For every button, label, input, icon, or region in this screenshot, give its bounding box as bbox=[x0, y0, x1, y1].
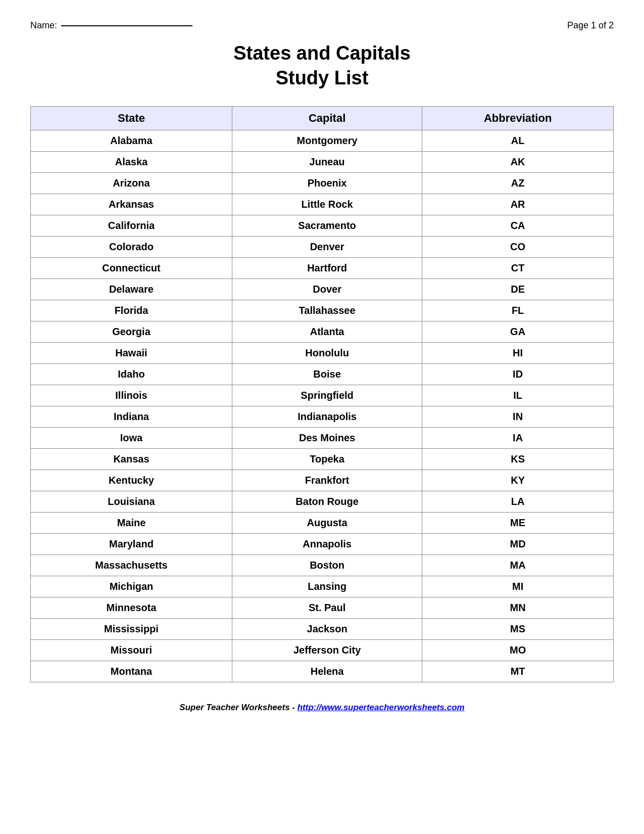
column-header-state: State bbox=[31, 106, 232, 130]
table-row: ArizonaPhoenixAZ bbox=[31, 172, 614, 194]
table-cell-11-0: Idaho bbox=[31, 363, 232, 385]
table-cell-8-2: FL bbox=[422, 300, 614, 321]
table-cell-10-2: HI bbox=[422, 342, 614, 363]
table-cell-19-1: Annapolis bbox=[232, 533, 422, 554]
name-field: Name: bbox=[30, 20, 192, 31]
table-cell-22-1: St. Paul bbox=[232, 597, 422, 618]
table-row: MichiganLansingMI bbox=[31, 576, 614, 597]
table-cell-8-0: Florida bbox=[31, 300, 232, 321]
table-row: AlaskaJuneauAK bbox=[31, 151, 614, 172]
table-cell-6-0: Connecticut bbox=[31, 257, 232, 279]
table-cell-22-0: Minnesota bbox=[31, 597, 232, 618]
table-cell-4-2: CA bbox=[422, 215, 614, 236]
table-cell-8-1: Tallahassee bbox=[232, 300, 422, 321]
table-row: MontanaHelenaMT bbox=[31, 661, 614, 682]
table-cell-10-1: Honolulu bbox=[232, 342, 422, 363]
table-cell-7-0: Delaware bbox=[31, 279, 232, 300]
table-cell-24-1: Jefferson City bbox=[232, 639, 422, 661]
table-cell-23-0: Mississippi bbox=[31, 618, 232, 639]
table-cell-17-2: LA bbox=[422, 491, 614, 512]
table-row: LouisianaBaton RougeLA bbox=[31, 491, 614, 512]
table-cell-4-1: Sacramento bbox=[232, 215, 422, 236]
table-cell-23-2: MS bbox=[422, 618, 614, 639]
table-cell-15-2: KS bbox=[422, 448, 614, 470]
table-cell-23-1: Jackson bbox=[232, 618, 422, 639]
table-row: ColoradoDenverCO bbox=[31, 236, 614, 257]
page-title: States and Capitals Study List bbox=[30, 41, 614, 91]
table-row: MassachusettsBostonMA bbox=[31, 554, 614, 576]
table-cell-10-0: Hawaii bbox=[31, 342, 232, 363]
table-cell-0-1: Montgomery bbox=[232, 130, 422, 151]
table-cell-20-1: Boston bbox=[232, 554, 422, 576]
table-row: IdahoBoiseID bbox=[31, 363, 614, 385]
table-row: AlabamaMontgomeryAL bbox=[31, 130, 614, 151]
table-cell-11-1: Boise bbox=[232, 363, 422, 385]
footer: Super Teacher Worksheets - http://www.su… bbox=[30, 703, 614, 713]
table-row: IllinoisSpringfieldIL bbox=[31, 385, 614, 406]
table-cell-5-2: CO bbox=[422, 236, 614, 257]
table-cell-0-0: Alabama bbox=[31, 130, 232, 151]
table-cell-13-1: Indianapolis bbox=[232, 406, 422, 427]
table-cell-0-2: AL bbox=[422, 130, 614, 151]
table-row: ArkansasLittle RockAR bbox=[31, 194, 614, 215]
table-cell-11-2: ID bbox=[422, 363, 614, 385]
table-row: MissouriJefferson CityMO bbox=[31, 639, 614, 661]
table-cell-14-0: Iowa bbox=[31, 427, 232, 448]
table-cell-24-2: MO bbox=[422, 639, 614, 661]
table-row: HawaiiHonoluluHI bbox=[31, 342, 614, 363]
table-cell-22-2: MN bbox=[422, 597, 614, 618]
name-line bbox=[61, 25, 192, 26]
table-cell-12-0: Illinois bbox=[31, 385, 232, 406]
table-cell-6-2: CT bbox=[422, 257, 614, 279]
table-row: IndianaIndianapolisIN bbox=[31, 406, 614, 427]
table-cell-12-2: IL bbox=[422, 385, 614, 406]
table-cell-9-1: Atlanta bbox=[232, 321, 422, 342]
table-row: KansasTopekaKS bbox=[31, 448, 614, 470]
table-cell-2-0: Arizona bbox=[31, 172, 232, 194]
table-cell-21-1: Lansing bbox=[232, 576, 422, 597]
table-cell-6-1: Hartford bbox=[232, 257, 422, 279]
table-cell-12-1: Springfield bbox=[232, 385, 422, 406]
table-row: CaliforniaSacramentoCA bbox=[31, 215, 614, 236]
footer-link[interactable]: http://www.superteacherworksheets.com bbox=[298, 703, 465, 712]
table-cell-5-0: Colorado bbox=[31, 236, 232, 257]
table-cell-25-0: Montana bbox=[31, 661, 232, 682]
column-header-abbreviation: Abbreviation bbox=[422, 106, 614, 130]
table-row: FloridaTallahasseeFL bbox=[31, 300, 614, 321]
page-number: Page 1 of 2 bbox=[567, 20, 614, 31]
table-cell-3-2: AR bbox=[422, 194, 614, 215]
table-cell-18-2: ME bbox=[422, 512, 614, 533]
table-cell-17-0: Louisiana bbox=[31, 491, 232, 512]
table-cell-14-1: Des Moines bbox=[232, 427, 422, 448]
table-header-row: State Capital Abbreviation bbox=[31, 106, 614, 130]
table-row: KentuckyFrankfortKY bbox=[31, 470, 614, 491]
table-cell-20-2: MA bbox=[422, 554, 614, 576]
table-cell-9-2: GA bbox=[422, 321, 614, 342]
states-capitals-table: State Capital Abbreviation AlabamaMontgo… bbox=[30, 106, 614, 682]
table-cell-3-0: Arkansas bbox=[31, 194, 232, 215]
table-cell-20-0: Massachusetts bbox=[31, 554, 232, 576]
footer-text: Super Teacher Worksheets - bbox=[179, 703, 297, 712]
table-cell-16-2: KY bbox=[422, 470, 614, 491]
table-cell-24-0: Missouri bbox=[31, 639, 232, 661]
column-header-capital: Capital bbox=[232, 106, 422, 130]
table-cell-16-0: Kentucky bbox=[31, 470, 232, 491]
table-cell-2-1: Phoenix bbox=[232, 172, 422, 194]
table-cell-13-0: Indiana bbox=[31, 406, 232, 427]
table-row: ConnecticutHartfordCT bbox=[31, 257, 614, 279]
page-header: Name: Page 1 of 2 bbox=[30, 20, 614, 31]
table-cell-21-2: MI bbox=[422, 576, 614, 597]
table-row: DelawareDoverDE bbox=[31, 279, 614, 300]
table-row: MaineAugustaME bbox=[31, 512, 614, 533]
table-cell-14-2: IA bbox=[422, 427, 614, 448]
table-row: GeorgiaAtlantaGA bbox=[31, 321, 614, 342]
table-cell-1-2: AK bbox=[422, 151, 614, 172]
table-cell-13-2: IN bbox=[422, 406, 614, 427]
table-cell-16-1: Frankfort bbox=[232, 470, 422, 491]
name-label: Name: bbox=[30, 20, 57, 31]
table-row: MarylandAnnapolisMD bbox=[31, 533, 614, 554]
table-row: MississippiJacksonMS bbox=[31, 618, 614, 639]
table-row: MinnesotaSt. PaulMN bbox=[31, 597, 614, 618]
table-cell-17-1: Baton Rouge bbox=[232, 491, 422, 512]
table-cell-19-2: MD bbox=[422, 533, 614, 554]
